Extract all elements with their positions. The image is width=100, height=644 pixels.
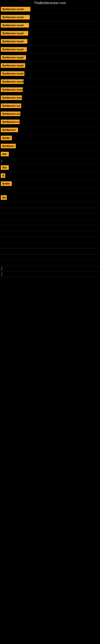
badge-row [0,220,100,225]
vertical-line [1,272,2,276]
bottleneck-result-badge[interactable]: Bottleneck result [1,15,30,20]
bottleneck-result-badge[interactable]: Bottleneck result [1,79,24,84]
badge-row: Bottleneck res [0,102,100,110]
site-title: TheBottlenecker.com [0,0,100,6]
bottleneck-result-badge[interactable]: Bot [1,165,9,170]
badge-row: Bottleneck result [0,70,100,78]
bottleneck-result-badge[interactable]: Bottleneck result [1,71,24,76]
badge-row [0,214,100,219]
badge-row [0,254,100,260]
badge-row: Bottleneck result [0,54,100,62]
bottleneck-result-badge[interactable]: Bottleneck result [1,7,30,12]
badge-row: Bottleneck re [0,118,100,126]
bottleneck-result-badge[interactable]: Bottleneck res [1,112,20,116]
badges-container: Bottleneck resultBottleneck resultBottle… [0,6,100,277]
badge-row [0,272,100,277]
bottleneck-result-badge[interactable]: Bottleneck resu [1,96,22,100]
badge-row [0,249,100,254]
badge-row: Bottleneck [0,126,100,134]
badge-row [0,266,100,272]
badge-row: Bottleneck res [0,110,100,118]
bottleneck-result-badge[interactable]: Bo [1,195,7,200]
bottleneck-result-badge[interactable]: Bot [1,152,9,156]
bottleneck-result-badge[interactable]: Bottleneck result [1,23,29,28]
badge-row: Bottle [0,134,100,142]
badge-row: Bot [0,164,100,172]
badge-row [0,202,100,208]
bottleneck-result-badge[interactable]: Bottlenec [1,144,16,148]
badge-row [0,188,100,194]
badge-row: Bottleneck resu [0,94,100,102]
badge-row [0,208,100,214]
badge-row: Bottleneck result [0,6,100,14]
badge-row [0,237,100,243]
bottleneck-result-badge[interactable]: Bottleneck result [1,39,27,44]
badge-row: Bottleneck result [0,38,100,46]
bottleneck-result-badge[interactable]: Bottleneck re [1,120,20,124]
vertical-line [1,267,2,271]
badge-row: Bottleneck result [0,62,100,70]
badge-row [0,231,100,237]
bottleneck-result-badge[interactable]: Bottleneck result [1,31,28,36]
bottleneck-result-badge[interactable]: Bottle [1,181,12,186]
badge-row [0,260,100,266]
badge-row: Bottleneck result [0,78,100,86]
badge-row: Bottle [0,180,100,188]
badge-row: Bot [0,150,100,158]
badge-row: Bottleneck result [0,86,100,94]
badge-row: Bottleneck result [0,46,100,54]
badge-row: Bottlenec [0,142,100,150]
badge-row: Bottleneck result [0,14,100,22]
bottleneck-result-badge[interactable]: Bottleneck result [1,55,26,60]
badge-row: B [0,172,100,180]
badge-row [0,158,100,164]
bottleneck-result-badge[interactable]: Bottleneck [1,128,18,132]
bottleneck-result-badge[interactable]: Bottleneck result [1,63,25,68]
vertical-line [1,160,2,163]
badge-row: Bottleneck result [0,30,100,38]
bottleneck-result-badge[interactable]: Bottleneck res [1,104,21,108]
bottleneck-result-badge[interactable]: Bottleneck result [1,87,23,92]
badge-row [0,226,100,231]
badge-row: Bo [0,194,100,202]
badge-row: Bottleneck result [0,22,100,30]
bottleneck-result-badge[interactable]: B [1,173,5,178]
badge-row [0,243,100,248]
bottleneck-result-badge[interactable]: Bottleneck result [1,47,27,52]
bottleneck-result-badge[interactable]: Bottle [1,136,12,140]
